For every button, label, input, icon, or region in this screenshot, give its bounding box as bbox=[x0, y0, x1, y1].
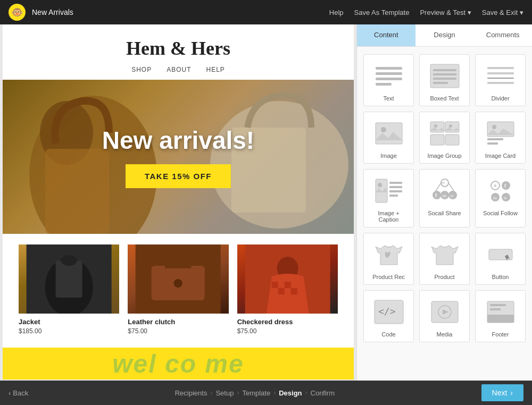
svg-point-59 bbox=[502, 181, 510, 190]
block-divider[interactable]: Divider bbox=[475, 54, 526, 106]
block-product[interactable]: Product bbox=[419, 233, 470, 285]
svg-text:in: in bbox=[504, 196, 507, 200]
svg-rect-74 bbox=[490, 308, 501, 310]
svg-rect-43 bbox=[487, 142, 498, 145]
svg-point-39 bbox=[449, 124, 452, 128]
image-card-block-icon bbox=[482, 117, 519, 149]
tab-comments[interactable]: Comments bbox=[473, 24, 532, 46]
svg-rect-2 bbox=[45, 149, 109, 234]
svg-rect-24 bbox=[433, 69, 456, 71]
block-button[interactable]: Button bbox=[475, 233, 526, 285]
media-block-label: Media bbox=[423, 331, 466, 338]
save-exit-button[interactable]: Save & Exit ▾ bbox=[482, 9, 523, 16]
block-footer[interactable]: Footer bbox=[475, 290, 526, 342]
svg-rect-18 bbox=[290, 288, 297, 294]
block-image-caption[interactable]: Image + Caption bbox=[363, 169, 414, 227]
step-design[interactable]: Design bbox=[279, 389, 302, 397]
tab-content[interactable]: Content bbox=[357, 24, 415, 46]
svg-rect-27 bbox=[433, 82, 448, 84]
svg-rect-7 bbox=[56, 260, 82, 298]
image-group-block-icon bbox=[426, 117, 463, 149]
block-code[interactable]: </> Code bbox=[363, 290, 414, 342]
media-block-icon bbox=[426, 296, 463, 328]
sep-4: › bbox=[305, 389, 307, 396]
preview-chevron-icon: ▾ bbox=[468, 9, 471, 16]
svg-text:in: in bbox=[451, 194, 454, 198]
svg-point-33 bbox=[381, 127, 386, 132]
block-image-group[interactable]: Image Group bbox=[419, 112, 470, 164]
panel-tabs: Content Design Comments bbox=[357, 24, 532, 47]
social-follow-icon: + f tw in bbox=[485, 178, 517, 204]
product-rec-icon bbox=[373, 241, 405, 268]
nav-help[interactable]: HELP bbox=[206, 66, 225, 73]
save-template-link[interactable]: Save As Template bbox=[354, 9, 410, 16]
right-panel: Content Design Comments bbox=[356, 24, 532, 381]
product-price-1: $75.00 bbox=[128, 327, 228, 335]
svg-rect-37 bbox=[445, 134, 459, 145]
svg-rect-32 bbox=[376, 123, 402, 144]
svg-text:tw: tw bbox=[443, 194, 447, 198]
svg-point-41 bbox=[492, 125, 496, 129]
email-nav: SHOP ABOUT HELP bbox=[3, 66, 354, 73]
next-button[interactable]: Next › bbox=[481, 384, 523, 401]
product-image-1 bbox=[128, 244, 228, 314]
help-link[interactable]: Help bbox=[329, 9, 344, 16]
svg-rect-22 bbox=[376, 83, 392, 86]
footer-teaser-text: wel co me bbox=[112, 349, 244, 378]
svg-rect-30 bbox=[487, 78, 514, 79]
boxed-text-block-icon bbox=[426, 60, 463, 92]
code-block-icon: </> bbox=[370, 296, 408, 328]
back-button[interactable]: ‹ Back bbox=[9, 389, 28, 397]
svg-rect-46 bbox=[389, 182, 402, 184]
product-image-2 bbox=[237, 244, 338, 314]
svg-rect-42 bbox=[487, 138, 503, 140]
svg-rect-21 bbox=[376, 78, 402, 80]
email-header: Hem & Hers SHOP ABOUT HELP bbox=[3, 24, 354, 80]
step-setup[interactable]: Setup bbox=[215, 389, 234, 397]
email-canvas: Hem & Hers SHOP ABOUT HELP bbox=[0, 24, 356, 381]
hero-title: New arrivals! bbox=[102, 126, 254, 155]
divider-icon bbox=[485, 63, 517, 89]
image-caption-block-icon bbox=[370, 175, 408, 207]
product-name-2: Checkered dress bbox=[237, 318, 338, 326]
step-template[interactable]: Template bbox=[242, 389, 270, 397]
page-title: New Arrivals bbox=[32, 8, 73, 16]
product-art-clutch bbox=[128, 244, 228, 314]
product-price-2: $75.00 bbox=[237, 327, 338, 335]
button-block-label: Button bbox=[479, 274, 522, 280]
svg-point-51 bbox=[433, 191, 441, 199]
hero-cta-button[interactable]: TAKE 15% OFF bbox=[126, 164, 231, 188]
block-media[interactable]: Media bbox=[419, 290, 470, 342]
content-blocks-grid: Text Boxed Text bbox=[363, 54, 526, 342]
button-block-icon bbox=[482, 239, 519, 271]
brand-name: Hem & Hers bbox=[3, 37, 354, 60]
block-social-follow[interactable]: + f tw in Social Follow bbox=[475, 169, 526, 227]
block-image[interactable]: Image bbox=[363, 112, 414, 164]
next-chevron-icon: › bbox=[510, 389, 513, 397]
block-boxed-text[interactable]: Boxed Text bbox=[419, 54, 470, 106]
product-rec-block-label: Product Rec bbox=[367, 274, 410, 280]
nav-shop[interactable]: SHOP bbox=[131, 66, 152, 73]
block-social-share[interactable]: f tw in Socail Share bbox=[419, 169, 470, 227]
boxed-text-block-label: Boxed Text bbox=[423, 95, 466, 102]
bottom-bar: ‹ Back Recipients › Setup › Template › D… bbox=[0, 381, 532, 405]
block-product-rec[interactable]: Product Rec bbox=[363, 233, 414, 285]
step-recipients[interactable]: Recipients bbox=[175, 389, 207, 397]
yellow-footer-hint: wel co me bbox=[3, 348, 354, 379]
preview-test-link[interactable]: Preview & Test ▾ bbox=[420, 9, 471, 16]
nav-about[interactable]: ABOUT bbox=[167, 66, 191, 73]
media-icon bbox=[429, 299, 461, 325]
top-bar-left: 🐵 New Arrivals bbox=[9, 4, 73, 21]
code-block-label: Code bbox=[367, 331, 410, 338]
tab-design[interactable]: Design bbox=[415, 24, 474, 46]
svg-rect-25 bbox=[433, 73, 456, 75]
block-text[interactable]: Text bbox=[363, 54, 414, 106]
social-share-block-icon: f tw in bbox=[426, 175, 463, 207]
block-image-card[interactable]: Image Card bbox=[475, 112, 526, 164]
step-confirm[interactable]: Confirm bbox=[311, 389, 335, 397]
image-icon bbox=[373, 120, 405, 147]
svg-rect-19 bbox=[376, 67, 402, 70]
top-bar-right: Help Save As Template Preview & Test ▾ S… bbox=[329, 9, 523, 16]
svg-rect-28 bbox=[487, 67, 514, 69]
svg-rect-23 bbox=[430, 64, 459, 88]
